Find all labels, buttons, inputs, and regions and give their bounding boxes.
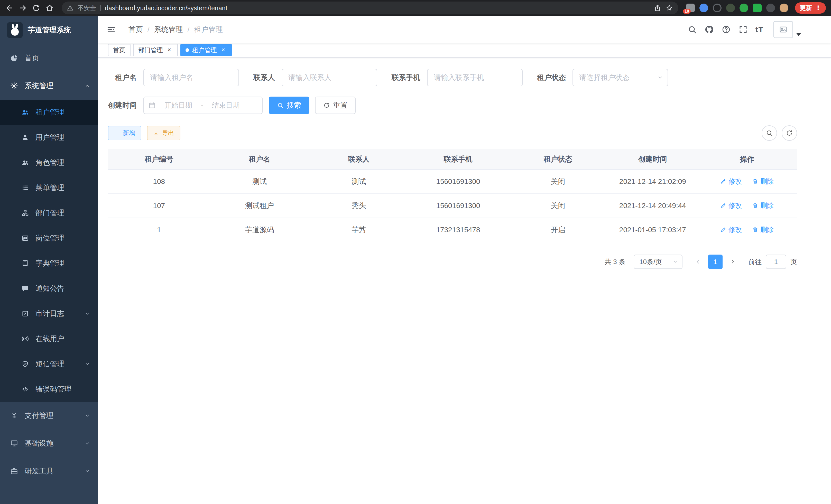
not-secure-warning-icon xyxy=(67,5,74,11)
sidebar-item-post-management[interactable]: 岗位管理 xyxy=(0,226,98,251)
extension-icon[interactable] xyxy=(726,4,735,12)
tab-dept-management[interactable]: 部门管理 × xyxy=(133,44,178,56)
sidebar-item-label: 在线用户 xyxy=(35,334,64,344)
reset-button[interactable]: 重置 xyxy=(315,97,355,114)
calendar-icon xyxy=(148,102,156,109)
chrome-update-button[interactable]: 更新 ⋮ xyxy=(795,2,826,13)
date-start-input[interactable] xyxy=(159,101,198,110)
address-divider xyxy=(100,5,101,11)
goto-label: 前往 xyxy=(748,258,762,266)
sidebar-item-system-management[interactable]: 系统管理 xyxy=(0,72,98,100)
sidebar-item-label: 角色管理 xyxy=(35,158,64,168)
page-number-current[interactable]: 1 xyxy=(708,255,722,269)
sidebar-item-label: 通知公告 xyxy=(35,284,64,293)
close-tab-icon[interactable]: × xyxy=(220,47,227,53)
add-button[interactable]: 新增 xyxy=(108,126,141,140)
sidebar-item-infrastructure[interactable]: 基础设施 xyxy=(0,429,98,457)
goto-page-input[interactable] xyxy=(766,255,786,269)
cell-phone: 17321315478 xyxy=(408,218,508,242)
column-header-id: 租户编号 xyxy=(108,149,210,170)
chevron-left-icon xyxy=(694,259,701,265)
user-avatar-menu[interactable] xyxy=(773,21,801,38)
fullscreen-icon[interactable] xyxy=(739,25,748,34)
extension-badge: 10 xyxy=(683,9,691,14)
sidebar-item-dept-management[interactable]: 部门管理 xyxy=(0,200,98,226)
sidebar-item-tenant-management[interactable]: 租户管理 xyxy=(0,100,98,125)
refresh-table-button[interactable] xyxy=(782,125,797,141)
shield-icon xyxy=(22,360,29,367)
sidebar-item-dict-management[interactable]: 字典管理 xyxy=(0,251,98,276)
date-range-picker[interactable]: - xyxy=(143,97,263,114)
extension-icon[interactable] xyxy=(753,4,762,12)
breadcrumb-system[interactable]: 系统管理 xyxy=(154,25,183,34)
edit-link[interactable]: 修改 xyxy=(720,225,742,234)
hamburger-icon[interactable] xyxy=(106,25,116,34)
browser-forward-icon[interactable] xyxy=(19,4,27,12)
search-icon[interactable] xyxy=(688,25,697,34)
edit-link[interactable]: 修改 xyxy=(720,177,742,186)
prev-page-button[interactable] xyxy=(692,255,704,269)
sidebar-item-dev-tools[interactable]: 研发工具 xyxy=(0,457,98,485)
cell-tenant-id: 1 xyxy=(108,218,210,242)
column-header-created: 创建时间 xyxy=(608,149,697,170)
contact-input[interactable] xyxy=(282,69,377,86)
delete-link[interactable]: 删除 xyxy=(752,177,774,186)
date-end-input[interactable] xyxy=(206,101,246,110)
extension-icon[interactable] xyxy=(713,4,721,12)
delete-label: 删除 xyxy=(760,225,774,234)
sidebar-item-audit-log[interactable]: 审计日志 xyxy=(0,301,98,326)
extension-icon[interactable]: 10 xyxy=(686,4,695,12)
sidebar-item-menu-management[interactable]: 菜单管理 xyxy=(0,175,98,200)
sidebar-item-user-management[interactable]: 用户管理 xyxy=(0,125,98,150)
next-page-button[interactable] xyxy=(727,255,739,269)
help-icon[interactable] xyxy=(721,25,731,34)
chevron-down-icon xyxy=(84,310,90,317)
edit-pencil-icon xyxy=(720,227,726,233)
cell-phone: 15601691300 xyxy=(408,194,508,218)
close-tab-icon[interactable]: × xyxy=(166,47,173,53)
create-time-label: 创建时间 xyxy=(108,100,137,110)
phone-input[interactable] xyxy=(427,69,523,86)
page-unit-label: 页 xyxy=(791,258,797,266)
total-count: 共 3 条 xyxy=(605,258,625,266)
update-label: 更新 xyxy=(800,4,812,12)
extension-icon[interactable] xyxy=(740,4,748,12)
status-select[interactable]: 请选择租户状态 xyxy=(573,69,668,86)
export-button[interactable]: 导出 xyxy=(147,126,180,140)
address-bar[interactable]: 不安全 dashboard.yudao.iocoder.cn/system/te… xyxy=(62,2,678,14)
cell-status: 关闭 xyxy=(508,170,608,194)
sidebar-item-home[interactable]: 首页 xyxy=(0,44,98,72)
font-size-icon[interactable]: tT xyxy=(755,25,764,34)
search-button[interactable]: 搜索 xyxy=(269,97,309,114)
tenant-name-input[interactable] xyxy=(143,69,239,86)
profile-avatar[interactable] xyxy=(780,4,789,12)
extension-icon[interactable] xyxy=(699,4,708,12)
extension-icon[interactable] xyxy=(766,4,775,12)
bookmark-star-icon[interactable] xyxy=(665,4,673,12)
sidebar-item-notice[interactable]: 通知公告 xyxy=(0,276,98,301)
tab-tenant-management[interactable]: 租户管理 × xyxy=(180,44,232,56)
browser-reload-icon[interactable] xyxy=(32,4,40,12)
sidebar-item-label: 研发工具 xyxy=(25,466,53,476)
browser-home-icon[interactable] xyxy=(45,4,54,12)
app-title: 芋道管理系统 xyxy=(28,25,71,35)
sidebar-item-online-users[interactable]: 在线用户 xyxy=(0,326,98,351)
sidebar-item-role-management[interactable]: 角色管理 xyxy=(0,150,98,175)
browser-back-icon[interactable] xyxy=(5,4,14,12)
sidebar-item-error-code-management[interactable]: 错误码管理 xyxy=(0,377,98,402)
breadcrumb-home[interactable]: 首页 xyxy=(128,25,143,34)
logo[interactable]: 芋道管理系统 xyxy=(0,16,98,44)
toggle-search-button[interactable] xyxy=(762,125,777,141)
sidebar-item-payment-management[interactable]: 支付管理 xyxy=(0,402,98,429)
share-icon[interactable] xyxy=(654,4,661,12)
github-icon[interactable] xyxy=(705,25,714,34)
tab-home[interactable]: 首页 xyxy=(108,44,131,56)
delete-link[interactable]: 删除 xyxy=(752,225,774,234)
sidebar: 芋道管理系统 首页 系统管理 租户管理 用户管理 角色管理 菜单管理 xyxy=(0,16,98,504)
page-size-select[interactable]: 10条/页 xyxy=(634,255,683,269)
tab-label: 部门管理 xyxy=(138,46,163,54)
delete-link[interactable]: 删除 xyxy=(752,201,774,210)
cell-created: 2021-12-14 21:02:09 xyxy=(608,170,697,194)
edit-link[interactable]: 修改 xyxy=(720,201,742,210)
sidebar-item-sms-management[interactable]: 短信管理 xyxy=(0,351,98,377)
